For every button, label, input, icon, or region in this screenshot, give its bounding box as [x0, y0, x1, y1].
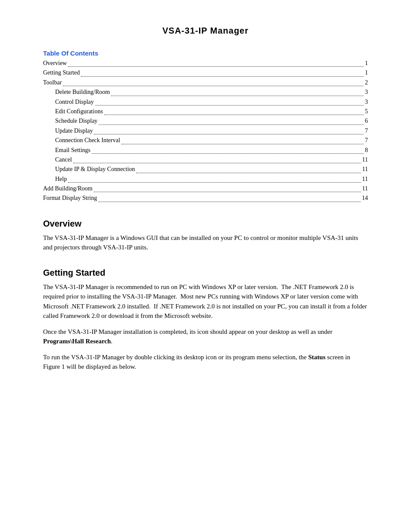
overview-paragraph: The VSA-31-IP Manager is a Windows GUI t…: [43, 233, 368, 252]
toc-entry-dots: [92, 153, 364, 154]
toc-entry-label: Overview: [43, 59, 67, 68]
toc-entry: Email Settings8: [43, 146, 368, 155]
toc-entry: Update IP & Display Connection11: [43, 165, 368, 174]
toc-entry-page: 1: [365, 59, 368, 68]
toc-entry-page: 7: [365, 136, 368, 145]
toc-entry-dots: [68, 182, 361, 183]
toc-entry-label: Connection Check Interval: [43, 136, 120, 145]
toc-entry-dots: [121, 144, 364, 144]
toc-entry: Toolbar2: [43, 78, 368, 87]
toc-entry-label: Help: [43, 174, 67, 184]
toc-entry-label: Update Display: [43, 126, 93, 136]
toc-entry-label: Getting Started: [43, 68, 80, 78]
toc-entry-page: 5: [365, 107, 368, 116]
toc-entry-dots: [73, 163, 361, 163]
toc-entry-page: 14: [362, 193, 368, 203]
toc-entry-label: Edit Configurations: [43, 107, 103, 116]
toc-entry-dots: [104, 115, 364, 115]
toc-entry: Connection Check Interval7: [43, 136, 368, 145]
toc-entry: Schedule Display6: [43, 116, 368, 126]
toc-entry: Overview1: [43, 59, 368, 68]
toc-entry-page: 11: [362, 184, 368, 193]
document-title: VSA-31-IP Manager: [43, 26, 368, 36]
getting-started-heading: Getting Started: [43, 268, 368, 278]
toc-entry-label: Update IP & Display Connection: [43, 165, 135, 174]
toc-entry-label: Toolbar: [43, 78, 62, 87]
toc-entry: Edit Configurations5: [43, 107, 368, 116]
getting-started-paragraph-1: The VSA-31-IP Manager is recommended to …: [43, 282, 368, 321]
toc-entry-dots: [98, 202, 361, 202]
overview-heading: Overview: [43, 219, 368, 229]
toc-entry-page: 11: [362, 174, 368, 184]
toc-entry-page: 11: [362, 165, 368, 174]
toc-entry-dots: [111, 96, 364, 96]
toc-entry-dots: [81, 76, 364, 77]
getting-started-paragraph-2: Once the VSA-31-IP Manager installation …: [43, 327, 368, 346]
toc-entry-label: Control Display: [43, 97, 94, 107]
toc-entry-label: Delete Building/Room: [43, 87, 110, 97]
toc-entry-page: 3: [365, 97, 368, 107]
toc-entry-dots: [136, 173, 361, 173]
toc-entry: Help11: [43, 174, 368, 184]
toc-entry-dots: [68, 66, 364, 67]
toc-entry-page: 7: [365, 126, 368, 136]
programs-hall-research-bold: Programs\Hall Research: [43, 338, 111, 345]
toc-entry-label: Add Building/Room: [43, 184, 93, 193]
toc-entry: Add Building/Room11: [43, 184, 368, 193]
toc-entry-dots: [99, 124, 364, 125]
table-of-contents: Table Of Contents Overview1Getting Start…: [43, 50, 368, 203]
toc-entry-page: 1: [365, 68, 368, 78]
toc-entry-dots: [94, 134, 364, 134]
toc-entry-label: Cancel: [43, 155, 72, 165]
toc-entry: Delete Building/Room3: [43, 87, 368, 97]
toc-entry-page: 2: [365, 78, 368, 87]
toc-entry-dots: [95, 105, 364, 106]
toc-entry-label: Format Display String: [43, 193, 97, 203]
toc-entry-page: 8: [365, 146, 368, 155]
toc-entry: Control Display3: [43, 97, 368, 107]
toc-entry: Cancel11: [43, 155, 368, 165]
toc-entry-label: Email Settings: [43, 146, 90, 155]
toc-entries: Overview1Getting Started1Toolbar2Delete …: [43, 59, 368, 203]
toc-heading: Table Of Contents: [43, 50, 368, 57]
toc-entry-page: 11: [362, 155, 368, 165]
toc-entry-page: 3: [365, 87, 368, 97]
status-bold: Status: [308, 354, 326, 361]
toc-entry: Update Display7: [43, 126, 368, 136]
getting-started-paragraph-3: To run the VSA-31-IP Manager by double c…: [43, 352, 368, 372]
toc-entry-dots: [63, 86, 364, 86]
page: VSA-31-IP Manager Table Of Contents Over…: [0, 0, 411, 532]
toc-entry: Format Display String14: [43, 193, 368, 203]
toc-entry: Getting Started1: [43, 68, 368, 78]
toc-entry-page: 6: [365, 116, 368, 126]
toc-entry-dots: [94, 192, 361, 192]
toc-entry-label: Schedule Display: [43, 116, 97, 126]
